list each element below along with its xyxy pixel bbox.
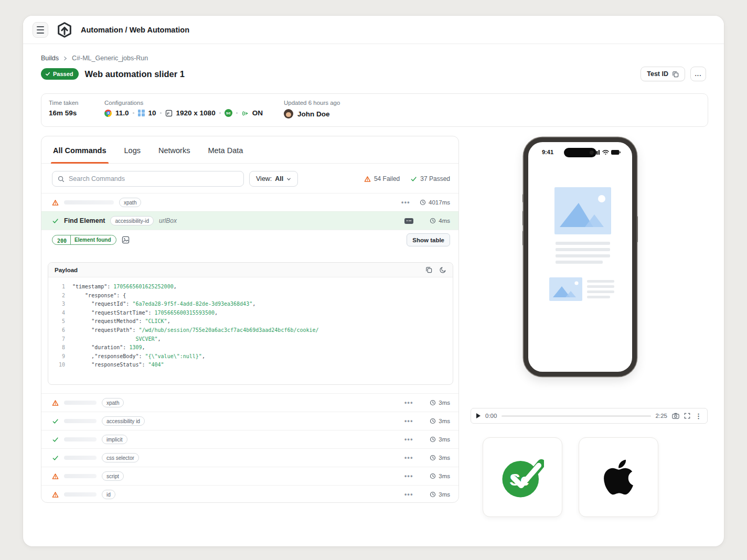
code-line: 8 "duration": 1309, [56,343,445,352]
os-version: 10 [148,109,156,117]
warning-icon [52,473,59,480]
clock-icon [430,473,436,479]
command-row[interactable]: accessibility id•••3ms [41,412,458,430]
command-duration: 3ms [423,418,450,424]
test-info-card: Time taken 16m 59s Configurations 11.0 1… [41,93,708,127]
command-row[interactable]: xpath•••3ms [41,393,458,412]
command-list-top: xpath•••4017ms [41,193,458,211]
command-row[interactable]: implicit•••3ms [41,430,458,448]
command-name-skeleton [64,419,97,423]
user-avatar [284,109,293,119]
check-icon [52,455,59,461]
time-taken-label: Time taken [49,100,78,106]
camera-snapshot-icon[interactable] [672,413,679,419]
command-result-row: 200 Element found Show table [41,230,458,250]
locator-value: urlBox [159,217,177,224]
locator-badge: id [102,490,115,499]
locator-badge: xpath [119,198,141,207]
check-icon [52,436,59,443]
app-header: Automation / Web Automation [23,16,724,44]
user-name: John Doe [297,110,330,118]
code-line: 5 "requestMethod": "CLICK", [56,317,445,326]
command-duration: 3ms [423,436,450,443]
warning-icon [52,199,59,206]
video-player-bar: 0:00 2:25 ⋮ [471,408,708,424]
command-row-selected[interactable]: Find Element accessibility-id urlBox 4ms [41,211,458,230]
view-filter-dropdown[interactable]: View:All [249,171,298,187]
tab-logs[interactable]: Logs [124,146,141,163]
command-duration: 3ms [423,455,450,461]
play-button[interactable] [476,413,481,418]
phone-status-icons [593,150,621,155]
command-name-skeleton [64,437,97,441]
command-duration: 4ms [423,218,450,224]
command-row[interactable]: xpath•••4017ms [41,193,458,211]
selenium-icon: se [225,109,232,117]
clock-icon [420,199,426,206]
search-commands-box [52,171,244,187]
code-line: 2 "response": { [56,292,445,300]
phone-status-time: 9:41 [542,149,553,155]
tab-networks[interactable]: Networks [158,146,190,163]
video-progress-bar[interactable] [501,415,650,417]
search-commands-input[interactable] [69,175,238,182]
time-taken-group: Time taken 16m 59s [49,100,78,117]
app-logo-icon [56,21,73,39]
failed-counter: 54 Failed [364,175,400,182]
warning-icon [52,400,59,406]
command-duration: 4017ms [420,199,450,206]
selenium-logo-icon: Se [501,456,544,499]
tab-bar: All CommandsLogsNetworksMeta Data [41,136,458,164]
fullscreen-icon[interactable] [684,413,690,419]
network-state: ON [252,109,263,117]
selenium-card[interactable]: Se [483,437,562,517]
commands-panel: All CommandsLogsNetworksMeta Data View:A… [41,136,459,503]
dark-mode-moon-icon[interactable] [440,266,446,273]
show-table-button[interactable]: Show table [407,233,450,246]
check-icon [52,418,59,425]
row-more-button[interactable] [404,218,413,224]
hamburger-menu-button[interactable] [33,22,48,38]
tab-all-commands[interactable]: All Commands [53,146,106,163]
command-name: Find Element [64,217,105,224]
tab-meta-data[interactable]: Meta Data [208,146,243,163]
screenshot-image-icon[interactable] [122,236,130,244]
command-row[interactable]: css selector•••3ms [41,448,458,467]
check-icon [45,71,50,77]
clock-icon [430,491,436,498]
warning-icon [52,491,59,498]
code-line: 6 "requestPath": "/wd/hub/session/755e20… [56,326,445,335]
check-icon [52,218,59,224]
code-line: 9 ,"responseBody": "{\"value\":null}", [56,352,445,361]
warning-icon [364,176,371,182]
breadcrumb-build-name[interactable]: C#-ML_Generic_jobs-Run [72,55,148,62]
command-name-skeleton [64,200,114,204]
code-line: 10 "responseStatus": "404" [56,361,445,370]
updated-label: Updated 6 hours ago [284,100,340,106]
locator-badge: implicit [102,435,127,444]
code-line: 4 "requestStartTime": 170566560031559350… [56,309,445,318]
current-time: 0:00 [485,413,497,419]
resolution-icon [165,110,173,117]
response-status-badge: 200 Element found [52,235,116,245]
payload-panel: Payload 1"timestamp": 170566560162525200… [48,262,453,385]
copy-icon [672,71,679,78]
clock-icon [430,218,436,224]
more-actions-button[interactable]: ... [690,67,706,81]
device-mockup: 9:41 [524,137,637,376]
command-list-bottom: xpath•••3msaccessibility id•••3msimplici… [41,393,458,503]
breadcrumb-builds[interactable]: Builds [41,55,59,62]
test-id-button[interactable]: Test ID [641,67,685,81]
command-name-skeleton [64,492,97,497]
command-row[interactable]: id•••3ms [41,485,458,503]
player-more-button[interactable]: ⋮ [695,412,702,420]
payload-title: Payload [55,267,78,273]
video-duration: 2:25 [656,413,667,419]
command-row[interactable]: script•••3ms [41,467,458,485]
browser-version: 11.0 [115,109,129,117]
apple-card[interactable] [579,437,658,517]
locator-badge: accessibility id [102,416,145,426]
search-icon [58,176,65,182]
app-window: Automation / Web Automation Builds C#-ML… [23,16,724,546]
copy-icon[interactable] [425,266,432,273]
